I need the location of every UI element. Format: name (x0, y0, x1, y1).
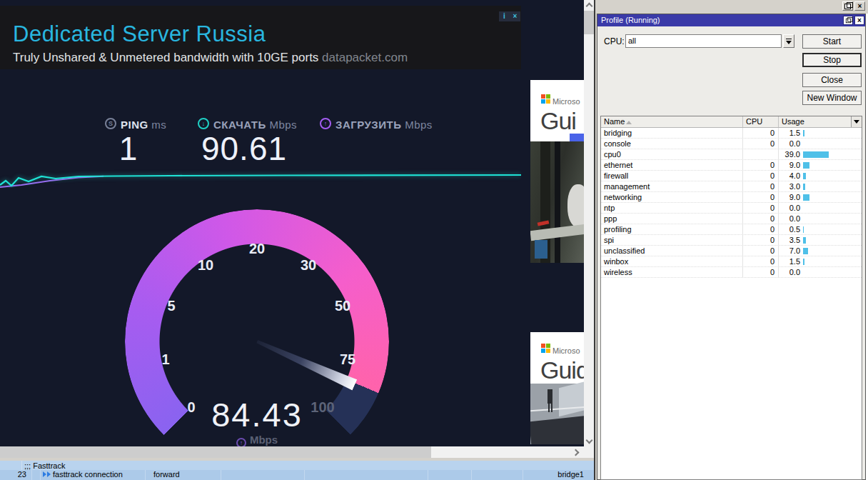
usage-bar (803, 173, 806, 179)
profile-table: Name CPU Usage bridging 0 1.5 console 0 … (600, 116, 862, 480)
column-header-name[interactable]: Name (601, 116, 743, 127)
row-cpu: 0 (743, 267, 779, 277)
row-usage: 4.0 (779, 171, 862, 181)
table-row[interactable]: profiling 0 0.5 (601, 224, 862, 235)
column-header-usage[interactable]: Usage (779, 116, 862, 127)
table-row[interactable]: ethernet 0 9.0 (601, 160, 862, 171)
ad-thumbnail-1[interactable]: Microso Gui (530, 80, 584, 263)
row-usage: 9.0 (779, 160, 862, 170)
row-name: cpu0 (601, 149, 743, 159)
horizontal-scrollbar-thumb[interactable] (0, 446, 431, 458)
profile-restore-button[interactable] (843, 16, 853, 25)
cpu-dropdown-button[interactable] (783, 34, 794, 48)
row-name: unclassified (601, 246, 743, 256)
row-cpu: 0 (743, 192, 779, 202)
row-name: management (601, 181, 743, 191)
row-cpu: 0 (743, 181, 779, 191)
gauge-tick-label: 75 (326, 351, 369, 368)
rule-number: 23 (0, 470, 32, 480)
table-row[interactable]: management 0 3.0 (601, 181, 862, 192)
row-usage: 39.0 (779, 149, 862, 159)
row-name: firewall (601, 171, 743, 181)
scroll-down-icon[interactable] (586, 437, 593, 444)
ping-value: 1 (100, 129, 157, 168)
rule-cell-empty (472, 470, 523, 480)
table-row[interactable]: winbox 0 1.5 (601, 256, 862, 267)
row-name: spi (601, 235, 743, 245)
scroll-up-icon[interactable] (586, 3, 593, 10)
close-button[interactable]: Close (802, 73, 862, 87)
table-row[interactable]: wireless 0 0.0 (601, 267, 862, 278)
cpu-select[interactable]: all (625, 34, 782, 48)
profile-close-icon[interactable]: × (854, 16, 864, 25)
ad-banner[interactable]: Dedicated Server Russia Truly Unshared &… (0, 6, 521, 69)
ad-headline[interactable]: Dedicated Server Russia (13, 21, 266, 47)
chevron-down-icon (786, 41, 792, 44)
row-usage: 9.0 (779, 192, 862, 202)
ad-domain: datapacket.com (322, 51, 408, 64)
download-icon: ↓ (198, 118, 209, 129)
table-row[interactable]: ppp 0 0.0 (601, 214, 862, 224)
microsoft-logo: Microso (541, 344, 580, 356)
table-row[interactable]: cpu0 39.0 (601, 149, 862, 160)
winbox-titlebar-strip (597, 0, 868, 14)
window-restore-button[interactable] (842, 1, 853, 11)
row-usage: 0.0 (779, 214, 862, 224)
vertical-scrollbar[interactable] (584, 0, 594, 446)
row-name: winbox (601, 256, 743, 266)
row-name: ethernet (601, 160, 743, 170)
microsoft-logo: Microso (541, 94, 580, 107)
firewall-comment-row[interactable]: ;;; Fasttrack (0, 461, 594, 470)
row-cpu: 0 (743, 171, 779, 181)
row-usage: 0.0 (779, 139, 862, 149)
table-row[interactable]: unclassified 0 7.0 (601, 246, 862, 256)
row-usage: 0.0 (779, 267, 862, 277)
table-row[interactable]: networking 0 9.0 (601, 192, 862, 203)
upload-unit: Mbps (405, 119, 433, 131)
adchoices-icon[interactable]: i (499, 11, 510, 21)
gauge-tick-label: 50 (321, 298, 364, 314)
column-menu-button[interactable] (851, 116, 862, 127)
rule-action: fasttrack connection (53, 470, 123, 479)
row-name: networking (601, 192, 743, 202)
rule-action-cell: fasttrack connection (41, 470, 146, 480)
table-row[interactable]: bridging 0 1.5 (601, 128, 862, 139)
row-name: ppp (601, 214, 743, 224)
row-cpu: 0 (743, 214, 779, 224)
cpu-label: CPU: (604, 36, 625, 46)
table-row[interactable]: ntp 0 0.0 (601, 203, 862, 214)
table-row[interactable]: spi 0 3.5 (601, 235, 862, 246)
table-row[interactable]: firewall 0 4.0 (601, 171, 862, 181)
upload-icon: ↑ (320, 118, 331, 129)
profile-table-header[interactable]: Name CPU Usage (601, 116, 862, 128)
column-header-cpu[interactable]: CPU (743, 116, 779, 127)
ad-close-icon[interactable]: × (510, 11, 520, 21)
row-usage: 7.0 (779, 246, 862, 256)
rule-cell-empty (428, 470, 472, 480)
gauge-current-value: 84.43 (178, 395, 335, 434)
ad-description: Truly Unshared & Unmetered bandwidth wit… (13, 51, 408, 65)
row-cpu: 0 (743, 246, 779, 256)
table-row[interactable]: console 0 0.0 (601, 139, 862, 149)
rule-cell-empty (221, 470, 305, 480)
row-name: profiling (601, 224, 743, 234)
speedtest-page: Dedicated Server Russia Truly Unshared &… (0, 0, 584, 446)
row-usage: 3.0 (779, 181, 862, 191)
rule-flag-cell (32, 470, 41, 480)
latency-sparkline (0, 166, 521, 188)
new-window-button[interactable]: New Window (802, 91, 862, 105)
ad-thumbnail-2[interactable]: Microso Guid (530, 332, 584, 444)
row-cpu: 0 (743, 256, 779, 266)
gauge-tick-label: 5 (150, 298, 193, 314)
download-value: 90.61 (191, 129, 297, 168)
ping-icon: S (105, 118, 116, 129)
gauge-tick-label: 1 (144, 351, 187, 368)
window-close-icon[interactable]: × (854, 1, 865, 11)
start-button[interactable]: Start (802, 34, 862, 49)
scroll-right-icon[interactable] (572, 449, 580, 456)
vertical-scrollbar-thumb[interactable] (584, 11, 594, 34)
thumbnail-brand: Microso (552, 346, 580, 355)
firewall-rule-row[interactable]: 23 fasttrack connection forward bridge1 (0, 470, 594, 480)
stop-button[interactable]: Stop (802, 53, 862, 67)
profile-titlebar[interactable]: Profile (Running) (597, 14, 865, 26)
